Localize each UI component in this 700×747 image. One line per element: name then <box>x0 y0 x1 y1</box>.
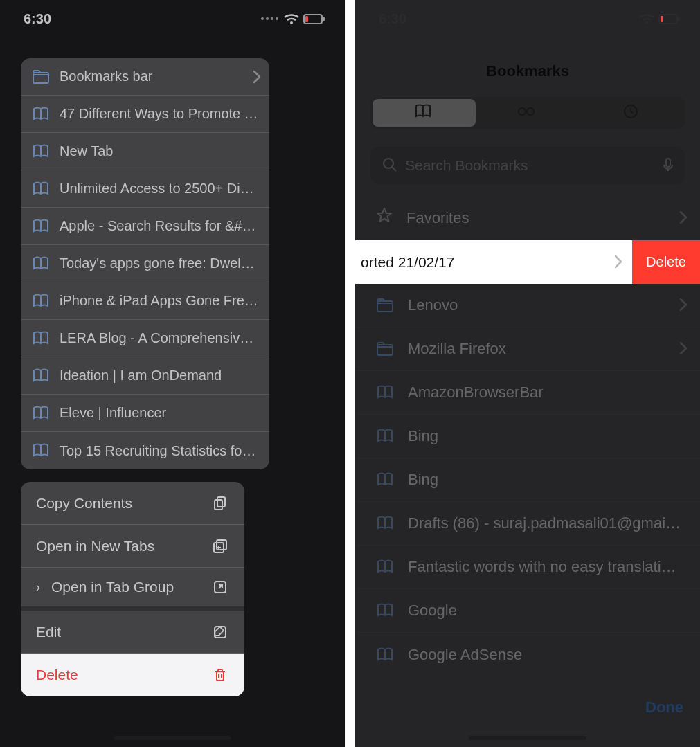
bookmark-folder-row[interactable]: Lenovo <box>355 284 700 327</box>
battery-low-icon <box>303 10 325 27</box>
edit-icon <box>211 624 229 640</box>
chevron-right-icon <box>675 296 685 314</box>
preview-item[interactable]: New Tab <box>21 133 269 170</box>
preview-item[interactable]: Apple - Search Results for &#3… <box>21 208 269 245</box>
bookmark-label: Bing <box>408 471 685 489</box>
bookmark-row[interactable]: Bing <box>355 415 700 458</box>
bookmark-row[interactable]: AmazonBrowserBar <box>355 371 700 415</box>
home-indicator[interactable] <box>469 736 586 740</box>
book-icon <box>376 559 395 575</box>
book-icon <box>376 384 395 401</box>
preview-item[interactable]: Unlimited Access to 2500+ Digi… <box>21 170 269 208</box>
tab-history[interactable] <box>580 99 683 127</box>
star-icon <box>376 207 394 229</box>
bookmark-label: Fantastic words with no easy translati… <box>408 558 685 576</box>
bookmark-label: Drafts (86) - suraj.padmasali01@gmai… <box>408 514 685 532</box>
bookmarks-segmented-control[interactable] <box>370 97 685 129</box>
menu-open-tab-group[interactable]: ›Open in Tab Group <box>21 568 244 611</box>
open-in-tabs-icon <box>211 538 229 555</box>
cellular-dots-icon <box>261 17 278 20</box>
swipe-delete-button[interactable]: Delete <box>632 240 700 284</box>
tab-bookmarks[interactable] <box>373 99 476 127</box>
microphone-icon[interactable] <box>660 156 674 175</box>
preview-item[interactable]: LERA Blog - A Comprehensive… <box>21 320 269 357</box>
bookmark-row[interactable]: Google <box>355 589 700 633</box>
bookmark-label: Lenovo <box>408 296 663 314</box>
preview-header-row[interactable]: Bookmarks bar <box>21 58 269 96</box>
preview-item[interactable]: iPhone & iPad Apps Gone Free… <box>21 282 269 320</box>
bookmark-label: Google <box>408 602 685 620</box>
search-icon <box>382 156 397 175</box>
book-icon <box>32 330 50 347</box>
right-screenshot: 6:30 Bookmarks Search Bookmarks Favorite… <box>355 0 700 747</box>
wifi-icon <box>283 11 298 26</box>
preview-item[interactable]: Eleve | Influencer <box>21 395 269 432</box>
preview-item[interactable]: Today's apps gone free: Dwelp,… <box>21 245 269 282</box>
menu-edit[interactable]: Edit <box>21 611 244 654</box>
page-title: Bookmarks <box>364 50 691 93</box>
folder-icon <box>376 341 395 357</box>
bookmark-row[interactable]: Fantastic words with no easy translati… <box>355 546 700 589</box>
swiped-bookmark-row: orted 21/02/17 Delete <box>355 240 700 284</box>
book-icon <box>376 602 395 619</box>
battery-low-icon <box>658 10 681 27</box>
search-input[interactable]: Search Bookmarks <box>370 147 685 184</box>
open-external-icon <box>211 579 229 595</box>
chevron-right-icon <box>610 253 620 271</box>
chevron-right-icon: › <box>36 580 40 595</box>
bookmark-row[interactable]: orted 21/02/17 <box>355 240 632 284</box>
clock-icon <box>622 103 639 123</box>
status-time: 6:30 <box>379 11 406 27</box>
book-icon <box>32 143 50 160</box>
preview-item[interactable]: 47 Different Ways to Promote Y… <box>21 96 269 133</box>
book-icon <box>32 218 50 235</box>
book-icon <box>32 368 50 384</box>
book-icon <box>376 647 395 663</box>
home-indicator[interactable] <box>114 736 231 740</box>
glasses-icon <box>517 103 538 123</box>
wifi-icon <box>638 11 654 26</box>
copy-icon <box>211 495 229 512</box>
status-time: 6:30 <box>24 11 51 27</box>
trash-icon <box>211 667 229 683</box>
book-icon <box>415 103 434 123</box>
status-bar: 6:30 <box>0 0 345 37</box>
bookmark-folder-preview: Bookmarks bar 47 Different Ways to Promo… <box>21 58 269 469</box>
menu-open-new-tabs[interactable]: Open in New Tabs <box>21 525 244 568</box>
book-icon <box>32 255 50 272</box>
book-icon <box>376 515 395 532</box>
book-icon <box>32 293 50 309</box>
preview-item[interactable]: Top 15 Recruiting Statistics for… <box>21 432 269 469</box>
menu-copy-contents[interactable]: Copy Contents <box>21 482 244 525</box>
status-bar: 6:30 <box>355 0 700 37</box>
done-button[interactable]: Done <box>645 699 683 717</box>
bookmark-label: Mozilla Firefox <box>408 340 663 358</box>
book-icon <box>376 471 395 488</box>
bookmark-label: Google AdSense <box>408 646 685 664</box>
menu-delete[interactable]: Delete <box>21 654 244 696</box>
preview-header-label: Bookmarks bar <box>60 69 239 84</box>
bookmark-row[interactable]: Drafts (86) - suraj.padmasali01@gmai… <box>355 502 700 546</box>
book-icon <box>376 428 395 444</box>
tab-reading-list[interactable] <box>476 99 579 127</box>
context-menu: Copy Contents Open in New Tabs ›Open in … <box>21 482 244 696</box>
bookmark-label: Bing <box>408 427 685 445</box>
left-screenshot: 6:30 Bookmarks bar 47 Different Ways to … <box>0 0 345 747</box>
chevron-right-icon <box>675 340 685 358</box>
bookmark-list[interactable]: LenovoMozilla FirefoxAmazonBrowserBarBin… <box>355 284 700 685</box>
bookmark-row[interactable]: Google AdSense <box>355 633 700 676</box>
bookmark-folder-row[interactable]: Mozilla Firefox <box>355 327 700 371</box>
search-placeholder: Search Bookmarks <box>405 157 652 174</box>
book-icon <box>32 442 50 459</box>
bookmark-row[interactable]: Bing <box>355 458 700 502</box>
folder-icon <box>32 69 50 85</box>
chevron-right-icon <box>675 209 685 227</box>
bookmark-label: AmazonBrowserBar <box>408 384 685 402</box>
book-icon <box>32 106 50 123</box>
chevron-right-icon <box>249 69 258 84</box>
favorites-row[interactable]: Favorites <box>355 197 700 240</box>
book-icon <box>32 405 50 422</box>
preview-item[interactable]: Ideation | I am OnDemand <box>21 357 269 395</box>
folder-icon <box>376 297 395 314</box>
book-icon <box>32 181 50 197</box>
